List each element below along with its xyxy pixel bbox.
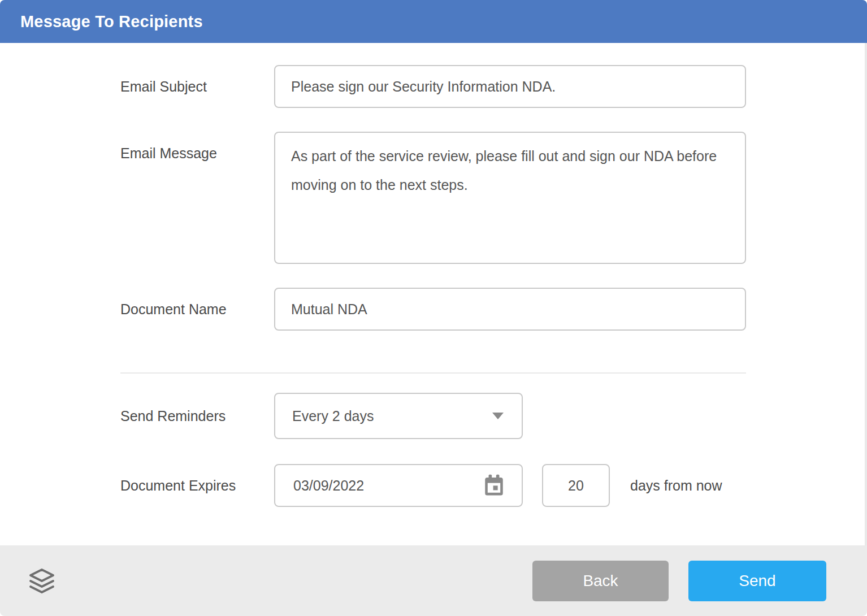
email-subject-label: Email Subject bbox=[120, 79, 274, 95]
expiry-date-field[interactable] bbox=[274, 464, 523, 507]
dialog-title: Message To Recipients bbox=[20, 12, 203, 31]
dialog-footer: Back Send bbox=[0, 545, 867, 616]
expiry-date-input[interactable] bbox=[292, 477, 481, 494]
days-from-now-label: days from now bbox=[630, 478, 722, 494]
send-reminders-row: Send Reminders Every 2 days bbox=[120, 393, 867, 439]
chevron-down-icon bbox=[492, 413, 504, 419]
email-message-label: Email Message bbox=[120, 132, 274, 162]
calendar-picker-button[interactable] bbox=[481, 471, 507, 500]
send-reminders-select[interactable]: Every 2 days bbox=[274, 393, 523, 439]
dialog-header: Message To Recipients bbox=[0, 0, 867, 43]
section-divider bbox=[120, 372, 746, 374]
calendar-icon bbox=[482, 472, 506, 498]
send-reminders-selected-value: Every 2 days bbox=[292, 408, 492, 424]
email-subject-row: Email Subject bbox=[120, 65, 867, 108]
email-subject-input[interactable] bbox=[274, 65, 746, 108]
document-expires-row: Document Expires bbox=[120, 464, 867, 507]
email-message-textarea[interactable]: As part of the service review, please fi… bbox=[274, 132, 746, 264]
expiry-days-input[interactable] bbox=[542, 464, 610, 507]
message-to-recipients-dialog: Message To Recipients Email Subject Emai… bbox=[0, 0, 867, 616]
document-name-input[interactable] bbox=[274, 288, 746, 331]
document-name-label: Document Name bbox=[120, 301, 274, 318]
dialog-body: Email Subject Email Message As part of t… bbox=[0, 43, 867, 545]
send-button[interactable]: Send bbox=[688, 561, 826, 601]
send-reminders-label: Send Reminders bbox=[120, 408, 274, 424]
layers-icon bbox=[28, 567, 55, 595]
recipient-message-form: Email Subject Email Message As part of t… bbox=[0, 43, 867, 331]
document-name-row: Document Name bbox=[120, 288, 867, 331]
scrollbar-track[interactable] bbox=[865, 43, 867, 545]
back-button[interactable]: Back bbox=[532, 561, 669, 601]
document-expires-label: Document Expires bbox=[120, 478, 274, 494]
email-message-row: Email Message As part of the service rev… bbox=[120, 132, 867, 264]
